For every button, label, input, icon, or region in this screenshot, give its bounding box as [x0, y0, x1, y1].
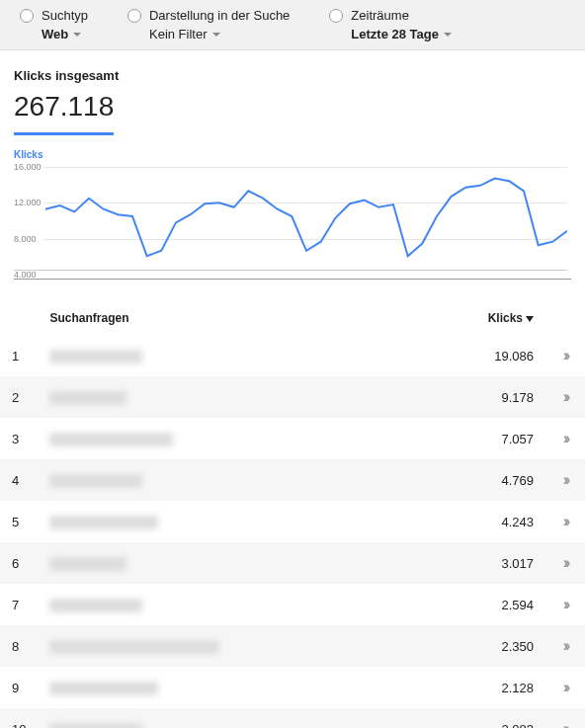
summary-block: Klicks insgesamt 267.118 — [0, 50, 585, 135]
filter-timeframe[interactable]: Zeiträume Letzte 28 Tage — [309, 8, 471, 41]
radio-icon — [127, 9, 141, 23]
blurred-text: ████████████ — [49, 474, 142, 488]
filter-value[interactable]: Kein Filter — [127, 27, 290, 41]
expand-cell[interactable]: ›› — [545, 335, 585, 376]
query-cell: ██████████████████████ — [38, 625, 457, 667]
table-row[interactable]: 3████████████████7.057›› — [0, 418, 585, 459]
rank-cell: 3 — [0, 418, 38, 459]
klicks-cell: 9.178 — [457, 376, 545, 418]
table-row[interactable]: 2██████████9.178›› — [0, 376, 585, 418]
table-row[interactable]: 10████████████2.083›› — [0, 708, 585, 728]
ytick-label: 16.000 — [14, 162, 43, 172]
blurred-text: ██████████████ — [49, 682, 157, 695]
table-row[interactable]: 4████████████4.769›› — [0, 459, 585, 501]
blurred-text: ██████████████████████ — [49, 640, 218, 654]
blurred-text: ████████████ — [49, 599, 142, 612]
filter-label: Zeiträume — [351, 8, 409, 23]
klicks-cell: 3.017 — [457, 542, 545, 584]
filter-label: Darstellung in der Suche — [149, 8, 290, 23]
ytick-label: 4.000 — [14, 270, 43, 280]
col-klicks[interactable]: Klicks — [457, 301, 545, 335]
chevron-double-right-icon: ›› — [563, 471, 568, 488]
chart-svg — [45, 162, 567, 271]
query-cell: ████████████████ — [38, 418, 457, 459]
expand-cell[interactable]: ›› — [545, 542, 585, 584]
chevron-double-right-icon: ›› — [563, 596, 568, 612]
chevron-double-right-icon: ›› — [563, 637, 568, 654]
rank-cell: 4 — [0, 459, 38, 501]
query-cell: ██████████████ — [38, 501, 457, 542]
rank-cell: 10 — [0, 708, 38, 728]
klicks-cell: 2.594 — [457, 584, 545, 625]
blurred-text: ██████████████ — [49, 516, 157, 529]
chart-title: Klicks — [14, 149, 571, 160]
blurred-text: ██████████ — [49, 391, 126, 405]
chevron-double-right-icon: ›› — [563, 430, 568, 446]
filter-label: Suchtyp — [42, 8, 88, 23]
expand-cell[interactable]: ›› — [545, 376, 585, 418]
radio-icon — [20, 9, 34, 23]
filter-bar: Suchtyp Web Darstellung in der Suche Kei… — [0, 0, 585, 50]
klicks-cell: 19.086 — [457, 335, 545, 376]
table-row[interactable]: 7████████████2.594›› — [0, 584, 585, 625]
col-query[interactable]: Suchanfragen — [38, 301, 457, 335]
filter-display[interactable]: Darstellung in der Suche Kein Filter — [108, 8, 309, 41]
filter-search-type[interactable]: Suchtyp Web — [0, 8, 108, 41]
rank-cell: 2 — [0, 376, 38, 418]
radio-icon — [329, 9, 343, 23]
rank-cell: 9 — [0, 667, 38, 708]
chevron-double-right-icon: ›› — [563, 679, 568, 695]
chevron-down-icon — [444, 33, 452, 37]
blurred-text: ████████████████ — [49, 433, 173, 446]
query-cell: ██████████████ — [38, 667, 457, 708]
filter-value[interactable]: Letzte 28 Tage — [329, 27, 452, 41]
chevron-double-right-icon: ›› — [563, 388, 568, 405]
chevron-down-icon — [73, 33, 81, 37]
table-row[interactable]: 1████████████19.086›› — [0, 335, 585, 376]
expand-cell[interactable]: ›› — [545, 459, 585, 501]
rank-cell: 1 — [0, 335, 38, 376]
queries-table: Suchanfragen Klicks 1████████████19.086›… — [0, 301, 585, 728]
chart-container: Klicks 16.000 12.000 8.000 4.000 — [0, 135, 585, 285]
sort-desc-icon — [526, 316, 534, 322]
chevron-double-right-icon: ›› — [563, 513, 568, 529]
filter-value[interactable]: Web — [20, 27, 88, 41]
query-cell: ████████████ — [38, 335, 457, 376]
query-cell: ████████████ — [38, 459, 457, 501]
expand-cell[interactable]: ›› — [545, 418, 585, 459]
klicks-cell: 2.350 — [457, 625, 545, 667]
summary-value: 267.118 — [14, 91, 114, 135]
blurred-text: ████████████ — [49, 350, 142, 364]
col-expand — [545, 301, 585, 335]
klicks-cell: 2.128 — [457, 667, 545, 708]
rank-cell: 7 — [0, 584, 38, 625]
table-row[interactable]: 5██████████████4.243›› — [0, 501, 585, 542]
col-rank — [0, 301, 38, 335]
expand-cell[interactable]: ›› — [545, 501, 585, 542]
chevron-down-icon — [212, 33, 220, 37]
query-cell: ██████████ — [38, 542, 457, 584]
klicks-cell: 7.057 — [457, 418, 545, 459]
klicks-cell: 4.769 — [457, 459, 545, 501]
ytick-label: 8.000 — [14, 234, 43, 244]
blurred-text: ████████████ — [49, 723, 142, 728]
klicks-cell: 2.083 — [457, 708, 545, 728]
expand-cell[interactable]: ›› — [545, 708, 585, 728]
table-row[interactable]: 8██████████████████████2.350›› — [0, 625, 585, 667]
ytick-label: 12.000 — [14, 198, 43, 207]
table-row[interactable]: 6██████████3.017›› — [0, 542, 585, 584]
summary-label: Klicks insgesamt — [14, 68, 571, 83]
rank-cell: 8 — [0, 625, 38, 667]
table-row[interactable]: 9██████████████2.128›› — [0, 667, 585, 708]
query-cell: ████████████ — [38, 584, 457, 625]
expand-cell[interactable]: ›› — [545, 584, 585, 625]
rank-cell: 6 — [0, 542, 38, 584]
chevron-double-right-icon: ›› — [563, 720, 568, 728]
rank-cell: 5 — [0, 501, 38, 542]
klicks-cell: 4.243 — [457, 501, 545, 542]
expand-cell[interactable]: ›› — [545, 667, 585, 708]
expand-cell[interactable]: ›› — [545, 625, 585, 667]
line-chart: 16.000 12.000 8.000 4.000 — [14, 162, 567, 271]
query-cell: ██████████ — [38, 376, 457, 418]
chevron-double-right-icon: ›› — [563, 347, 568, 364]
